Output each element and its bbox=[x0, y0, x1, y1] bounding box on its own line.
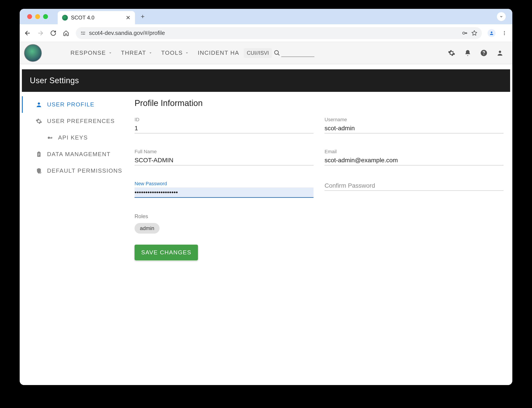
svg-point-3 bbox=[491, 31, 492, 33]
svg-point-11 bbox=[38, 102, 40, 105]
new-password-input[interactable] bbox=[135, 187, 314, 198]
account-icon[interactable] bbox=[497, 50, 504, 57]
reload-icon bbox=[50, 30, 56, 36]
sidebar-item-label: API KEYS bbox=[58, 134, 88, 141]
clipboard-icon bbox=[35, 151, 43, 158]
svg-point-19 bbox=[40, 172, 41, 173]
sidebar-item-user-profile[interactable]: USER PROFILE bbox=[22, 96, 130, 113]
save-button[interactable]: SAVE CHANGES bbox=[135, 245, 198, 260]
url-text: scot4-dev.sandia.gov/#/profile bbox=[89, 30, 458, 36]
field-fullname: Full Name bbox=[135, 149, 314, 165]
avatar-icon bbox=[488, 29, 496, 37]
field-label: Email bbox=[324, 149, 504, 154]
sidebar-item-label: DATA MANAGEMENT bbox=[47, 151, 111, 158]
reload-button[interactable] bbox=[48, 28, 59, 38]
sidebar-item-data-management[interactable]: DATA MANAGEMENT bbox=[22, 146, 130, 162]
window-maximize[interactable] bbox=[43, 14, 48, 19]
field-label: Full Name bbox=[135, 149, 314, 154]
field-email: Email bbox=[324, 149, 504, 165]
app-logo[interactable] bbox=[24, 44, 42, 62]
fullname-input[interactable] bbox=[135, 155, 314, 165]
person-icon bbox=[35, 101, 43, 108]
close-icon[interactable]: ✕ bbox=[126, 14, 131, 21]
tab-title: SCOT 4.0 bbox=[71, 15, 123, 21]
window-controls bbox=[24, 14, 51, 19]
sidebar-item-api-keys[interactable]: API KEYS bbox=[22, 129, 130, 146]
settings-body: USER PROFILE USER PREFERENCES API KEYS D… bbox=[22, 92, 510, 385]
kebab-icon bbox=[502, 30, 507, 36]
sidebar-item-default-permissions[interactable]: DEFAULT PERMISSIONS bbox=[22, 162, 130, 179]
svg-point-6 bbox=[504, 34, 505, 35]
nav-tools[interactable]: TOOLS bbox=[161, 50, 189, 56]
svg-rect-15 bbox=[38, 153, 40, 154]
classification-badge: CUI//ISVI bbox=[244, 48, 272, 58]
nav-threat[interactable]: THREAT bbox=[121, 50, 152, 56]
field-roles: Roles admin bbox=[135, 213, 504, 234]
search-icon[interactable] bbox=[274, 50, 280, 56]
browser-tab[interactable]: SCOT 4.0 ✕ bbox=[58, 11, 135, 24]
field-label: Username bbox=[324, 117, 504, 123]
new-tab-button[interactable]: + bbox=[137, 13, 148, 20]
home-icon bbox=[63, 30, 69, 36]
chevron-down-icon bbox=[499, 15, 503, 18]
role-chip: admin bbox=[135, 223, 159, 234]
home-button[interactable] bbox=[61, 28, 71, 38]
favicon-icon bbox=[62, 15, 68, 21]
username-input[interactable] bbox=[324, 123, 504, 133]
svg-rect-17 bbox=[38, 155, 39, 155]
confirm-password-input[interactable]: Confirm Password bbox=[324, 181, 504, 191]
site-settings-icon[interactable] bbox=[80, 30, 86, 36]
browser-menu[interactable] bbox=[499, 28, 510, 38]
svg-rect-14 bbox=[38, 152, 40, 153]
help-icon[interactable] bbox=[480, 49, 488, 57]
email-input[interactable] bbox=[324, 155, 504, 165]
profile-form: ID Username Full Name Email bbox=[135, 117, 504, 234]
profile-button[interactable] bbox=[486, 28, 497, 38]
nav-incident[interactable]: INCIDENT HA bbox=[198, 50, 239, 56]
chevron-down-icon bbox=[108, 51, 112, 55]
chevron-down-icon bbox=[185, 51, 189, 55]
gear-icon[interactable] bbox=[448, 49, 455, 57]
app-bar-icons bbox=[448, 49, 508, 57]
star-icon[interactable] bbox=[471, 30, 477, 36]
svg-rect-16 bbox=[38, 154, 40, 155]
side-nav: USER PROFILE USER PREFERENCES API KEYS D… bbox=[22, 92, 130, 385]
chevron-down-icon bbox=[148, 51, 152, 55]
key-icon bbox=[46, 135, 54, 141]
bell-icon[interactable] bbox=[464, 50, 471, 57]
field-id: ID bbox=[135, 117, 314, 133]
svg-point-9 bbox=[483, 54, 484, 55]
sidebar-item-label: DEFAULT PERMISSIONS bbox=[47, 167, 122, 174]
address-bar[interactable]: scot4-dev.sandia.gov/#/profile bbox=[76, 27, 482, 39]
browser-chrome: SCOT 4.0 ✕ + scot4-dev.sandia bbox=[20, 9, 512, 42]
shield-gear-icon bbox=[35, 168, 43, 174]
gear-icon bbox=[35, 118, 43, 125]
password-key-icon[interactable] bbox=[462, 30, 468, 36]
nav-forward-button[interactable] bbox=[35, 28, 46, 38]
search-input[interactable] bbox=[281, 49, 314, 57]
nav-response[interactable]: RESPONSE bbox=[70, 50, 112, 56]
field-label: ID bbox=[135, 117, 314, 123]
app-nav: RESPONSE THREAT TOOLS INCIDENT HA bbox=[70, 50, 239, 56]
app-content: RESPONSE THREAT TOOLS INCIDENT HA CUI//I… bbox=[20, 42, 512, 385]
browser-toolbar: scot4-dev.sandia.gov/#/profile bbox=[20, 24, 512, 42]
tabs-overflow[interactable] bbox=[497, 12, 506, 21]
svg-point-4 bbox=[504, 31, 505, 32]
nav-back-button[interactable] bbox=[22, 28, 33, 38]
tab-bar: SCOT 4.0 ✕ + bbox=[20, 9, 512, 24]
sidebar-item-user-preferences[interactable]: USER PREFERENCES bbox=[22, 113, 130, 129]
main-panel: Profile Information ID Username Full Nam… bbox=[130, 92, 510, 385]
field-username: Username bbox=[324, 117, 504, 133]
browser-window: SCOT 4.0 ✕ + scot4-dev.sandia bbox=[20, 9, 512, 385]
field-confirm-password: Confirm Password bbox=[324, 181, 504, 198]
field-new-password: New Password bbox=[135, 181, 314, 198]
id-input[interactable] bbox=[135, 123, 314, 133]
arrow-right-icon bbox=[37, 30, 44, 36]
page-title: User Settings bbox=[22, 69, 510, 92]
sidebar-item-label: USER PROFILE bbox=[47, 101, 95, 108]
field-label: New Password bbox=[135, 181, 314, 187]
sidebar-item-label: USER PREFERENCES bbox=[47, 118, 115, 125]
window-close[interactable] bbox=[27, 14, 32, 19]
roles-label: Roles bbox=[135, 213, 504, 220]
window-minimize[interactable] bbox=[35, 14, 40, 19]
